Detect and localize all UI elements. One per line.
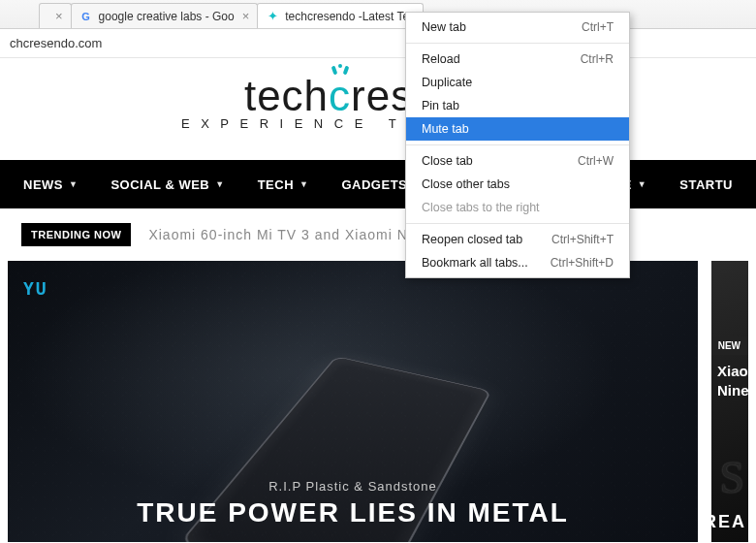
browser-chrome: × G google creative labs - Goo × ✦ techc… (0, 0, 756, 58)
context-menu-shortcut: Ctrl+T (582, 20, 614, 34)
close-icon[interactable]: × (55, 9, 63, 23)
page-body: techcresendo EXPERIENCE TECH VIBES NEWS … (0, 58, 756, 542)
nav-item-news[interactable]: NEWS ▼ (23, 177, 78, 192)
google-favicon-icon: G (79, 10, 93, 23)
tab-context-menu: New tabCtrl+TReloadCtrl+RDuplicatePin ta… (405, 12, 630, 278)
site-logo[interactable]: techcresendo EXPERIENCE TECH VIBES (0, 72, 756, 131)
context-menu-item[interactable]: Duplicate (406, 71, 629, 94)
news-badge: NEW (711, 336, 748, 355)
nav-item-tech[interactable]: TECH ▼ (258, 177, 309, 192)
hero-row: YU R.I.P Plastic & Sandstone TRUE POWER … (0, 261, 756, 542)
browser-tab[interactable]: × (39, 3, 72, 28)
main-nav: NEWS ▼ SOCIAL & WEB ▼ TECH ▼ GADGETS COD… (0, 160, 756, 208)
nav-item-startup[interactable]: STARTU (679, 177, 733, 192)
yu-logo-icon: YU (23, 278, 48, 299)
logo-text: techcresendo (0, 72, 756, 120)
nav-label: TECH (258, 177, 294, 192)
context-menu-label: New tab (422, 20, 466, 34)
trending-headline[interactable]: Xiaomi 60-inch Mi TV 3 and Xiaomi Nine (148, 227, 428, 242)
address-bar: chcresendo.com (0, 29, 756, 58)
address-input[interactable]: chcresendo.com (6, 32, 750, 54)
context-menu-label: Reload (422, 52, 460, 66)
signature-graphic: S (719, 452, 744, 503)
context-menu-label: Duplicate (422, 76, 472, 89)
context-menu-shortcut: Ctrl+Shift+D (551, 256, 614, 270)
nav-label: STARTU (679, 177, 733, 192)
context-menu-label: Reopen closed tab (422, 233, 522, 246)
hero-side[interactable]: NEW Xiao Nine S CREA (711, 261, 748, 542)
hero-title: TRUE POWER LIES IN METAL (8, 497, 698, 528)
chevron-down-icon: ▼ (215, 179, 224, 189)
browser-tab-techcresendo[interactable]: ✦ techcresendo -Latest Tec (257, 3, 424, 28)
context-menu-shortcut: Ctrl+W (578, 154, 614, 168)
tab-label: techcresendo -Latest Tec (285, 10, 415, 23)
hero-kicker: R.I.P Plastic & Sandstone (8, 479, 698, 494)
hero-text: R.I.P Plastic & Sandstone TRUE POWER LIE… (8, 479, 698, 528)
context-menu-shortcut: Ctrl+Shift+T (551, 233, 614, 246)
tabs-bar: × G google creative labs - Goo × ✦ techc… (0, 0, 756, 29)
context-menu-item[interactable]: Reopen closed tabCtrl+Shift+T (406, 228, 629, 251)
trending-bar: TRENDING NOW Xiaomi 60-inch Mi TV 3 and … (0, 208, 756, 261)
context-menu-item[interactable]: ReloadCtrl+R (406, 48, 629, 71)
nav-label: SOCIAL & WEB (110, 177, 209, 192)
nav-item-social[interactable]: SOCIAL & WEB ▼ (110, 177, 224, 192)
nav-label: GADGETS (341, 177, 407, 192)
logo-pre: tech (244, 72, 329, 119)
context-menu-item[interactable]: New tabCtrl+T (406, 16, 629, 39)
trending-badge: TRENDING NOW (21, 223, 131, 246)
context-menu-item[interactable]: Bookmark all tabs...Ctrl+Shift+D (406, 251, 629, 274)
tab-label: google creative labs - Goo (99, 10, 235, 23)
chevron-down-icon: ▼ (69, 179, 78, 189)
techcresendo-favicon-icon: ✦ (266, 10, 279, 23)
context-menu-label: Bookmark all tabs... (422, 256, 528, 270)
hero-main[interactable]: YU R.I.P Plastic & Sandstone TRUE POWER … (8, 261, 698, 542)
context-menu-item: Close tabs to the right (406, 196, 629, 219)
context-menu-label: Mute tab (422, 122, 469, 136)
side-title: Xiao Nine (717, 362, 748, 399)
nav-item-gadgets[interactable]: GADGETS (341, 177, 407, 192)
context-menu-label: Close other tabs (422, 177, 510, 191)
context-menu-separator (406, 144, 629, 145)
logo-accent-icon: c (329, 72, 351, 120)
logo-tagline: EXPERIENCE TECH VIBES (0, 116, 756, 131)
context-menu-separator (406, 223, 629, 224)
context-menu-item[interactable]: Close tabCtrl+W (406, 149, 629, 173)
browser-tab-google[interactable]: G google creative labs - Goo × (71, 3, 259, 28)
side-crea-label: CREA (711, 512, 746, 532)
context-menu-item[interactable]: Mute tab (406, 117, 629, 141)
context-menu-item[interactable]: Close other tabs (406, 173, 629, 196)
chevron-down-icon: ▼ (638, 179, 646, 189)
nav-label: NEWS (23, 177, 63, 192)
context-menu-separator (406, 43, 629, 44)
context-menu-item[interactable]: Pin tab (406, 94, 629, 117)
context-menu-shortcut: Ctrl+R (581, 52, 614, 66)
context-menu-label: Close tabs to the right (422, 201, 540, 214)
context-menu-label: Close tab (422, 154, 473, 168)
context-menu-label: Pin tab (422, 99, 459, 112)
close-icon[interactable]: × (242, 9, 250, 23)
chevron-down-icon: ▼ (299, 179, 308, 189)
